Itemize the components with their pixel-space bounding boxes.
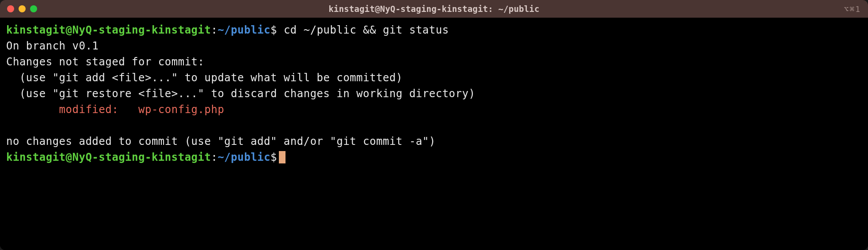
close-icon[interactable] (7, 5, 14, 12)
output-hint-add: (use "git add <file>..." to update what … (6, 70, 862, 86)
output-hint-restore: (use "git restore <file>..." to discard … (6, 86, 862, 102)
terminal-window: kinstagit@NyQ-staging-kinstagit: ~/publi… (0, 0, 868, 250)
cursor-icon (279, 151, 286, 163)
terminal-body[interactable]: kinstagit@NyQ-staging-kinstagit:~/public… (0, 18, 868, 250)
prompt-symbol: $ (270, 24, 277, 36)
output-not-staged: Changes not staged for commit: (6, 54, 862, 70)
traffic-lights (7, 5, 37, 12)
output-branch: On branch v0.1 (6, 38, 862, 54)
prompt-userhost-2: kinstagit@NyQ-staging-kinstagit (6, 151, 211, 163)
prompt-userhost: kinstagit@NyQ-staging-kinstagit (6, 24, 211, 36)
prompt-line-2: kinstagit@NyQ-staging-kinstagit:~/public… (6, 149, 862, 165)
prompt-colon-2: : (211, 151, 217, 163)
maximize-icon[interactable] (30, 5, 37, 12)
keyboard-shortcut: ⌥⌘1 (844, 3, 861, 15)
prompt-colon: : (211, 24, 217, 36)
blank-line (6, 117, 862, 133)
titlebar: kinstagit@NyQ-staging-kinstagit: ~/publi… (0, 0, 868, 18)
output-no-changes: no changes added to commit (use "git add… (6, 133, 862, 149)
prompt-path: ~/public (217, 24, 270, 36)
window-title: kinstagit@NyQ-staging-kinstagit: ~/publi… (328, 3, 539, 15)
prompt-path-2: ~/public (217, 151, 270, 163)
command-text: cd ~/public && git status (284, 24, 449, 36)
output-modified-file: modified: wp-config.php (6, 102, 862, 117)
prompt-line-1: kinstagit@NyQ-staging-kinstagit:~/public… (6, 22, 862, 38)
prompt-symbol-2: $ (270, 151, 277, 163)
minimize-icon[interactable] (19, 5, 26, 12)
